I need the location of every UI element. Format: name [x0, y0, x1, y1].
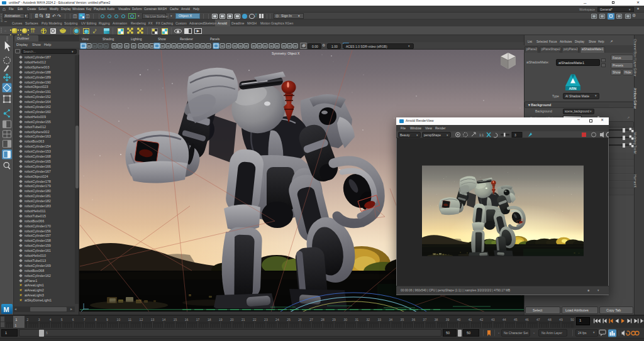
- svg-text:10: 10: [117, 318, 121, 322]
- svg-text:9: 9: [106, 318, 108, 322]
- svg-text:20: 20: [230, 318, 234, 322]
- svg-text:16: 16: [185, 318, 189, 322]
- svg-text:42: 42: [480, 318, 484, 322]
- svg-text:27: 27: [309, 318, 313, 322]
- svg-text:ARN: ARN: [569, 87, 577, 90]
- svg-text:50: 50: [570, 318, 574, 322]
- svg-text:40: 40: [457, 318, 461, 322]
- svg-text:49: 49: [559, 318, 563, 322]
- svg-text:38: 38: [435, 318, 438, 322]
- svg-text:41: 41: [469, 318, 472, 322]
- svg-text:Symmetry: Object X: Symmetry: Object X: [272, 51, 300, 55]
- svg-text:1: 1: [15, 323, 17, 327]
- svg-text:21: 21: [242, 318, 245, 322]
- svg-text:33: 33: [378, 318, 382, 322]
- svg-text:46: 46: [525, 318, 529, 322]
- svg-text:6: 6: [72, 318, 74, 322]
- svg-text:43: 43: [491, 318, 495, 322]
- svg-text:37: 37: [423, 318, 427, 322]
- svg-text:31: 31: [355, 318, 358, 322]
- svg-text:1: 1: [16, 318, 18, 322]
- svg-text:48: 48: [548, 318, 552, 322]
- svg-text:1:1: 1:1: [479, 133, 484, 137]
- svg-text:29: 29: [332, 318, 336, 322]
- svg-text:18: 18: [208, 318, 211, 322]
- svg-text:12: 12: [140, 318, 143, 322]
- svg-text:4: 4: [50, 318, 52, 322]
- svg-text:36: 36: [412, 318, 416, 322]
- svg-text:35: 35: [401, 318, 404, 322]
- svg-text:8: 8: [95, 318, 97, 322]
- svg-text:13: 13: [151, 318, 155, 322]
- svg-text:32: 32: [366, 318, 370, 322]
- svg-text:44: 44: [502, 318, 506, 322]
- svg-text:5: 5: [61, 318, 63, 322]
- svg-text:26: 26: [298, 318, 302, 322]
- svg-text:28: 28: [321, 318, 325, 322]
- svg-text:47: 47: [536, 318, 540, 322]
- svg-text:11: 11: [128, 318, 131, 322]
- svg-text:2: 2: [27, 318, 29, 322]
- svg-text:34: 34: [389, 318, 393, 322]
- svg-text:23: 23: [264, 318, 268, 322]
- svg-text:30: 30: [343, 318, 347, 322]
- svg-text:39: 39: [446, 318, 450, 322]
- svg-text:14: 14: [162, 318, 166, 322]
- svg-text:3: 3: [514, 133, 516, 137]
- svg-text:15: 15: [174, 318, 177, 322]
- svg-text:24: 24: [275, 318, 279, 322]
- svg-text:19: 19: [219, 318, 223, 322]
- svg-text:3: 3: [38, 318, 40, 322]
- svg-text:7: 7: [84, 318, 86, 322]
- svg-text:25: 25: [287, 318, 291, 322]
- svg-text:45: 45: [514, 318, 518, 322]
- svg-text:22: 22: [253, 318, 257, 322]
- svg-text:17: 17: [196, 318, 200, 322]
